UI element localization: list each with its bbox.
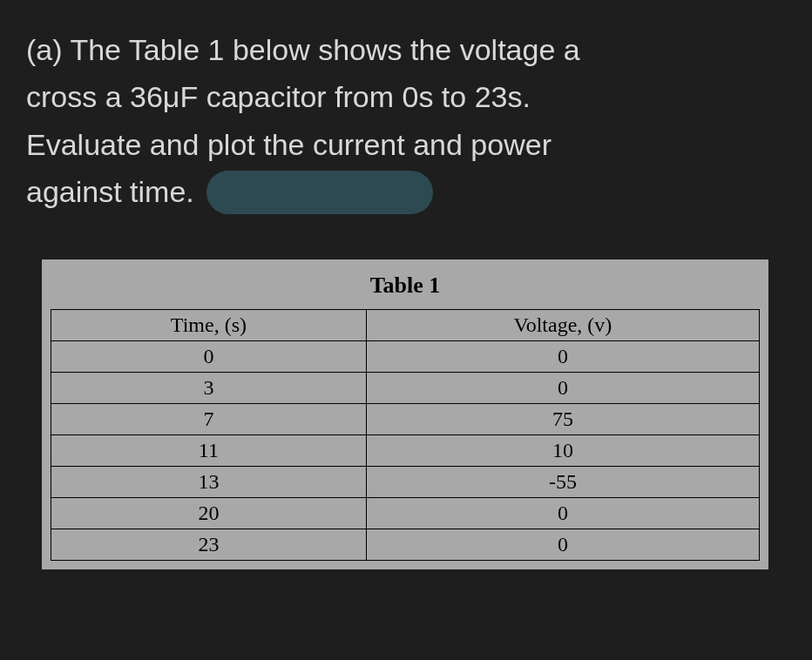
table-row: 0 0 xyxy=(51,341,760,373)
table-row: 7 75 xyxy=(51,404,760,435)
table-header-row: Time, (s) Voltage, (v) xyxy=(51,310,760,341)
column-header-voltage: Voltage, (v) xyxy=(366,310,759,341)
table-row: 3 0 xyxy=(51,373,760,404)
table-title: Table 1 xyxy=(51,273,760,299)
cell-voltage: 75 xyxy=(366,404,759,435)
data-table-container: Table 1 Time, (s) Voltage, (v) 0 0 3 0 7… xyxy=(42,259,768,569)
voltage-time-table: Time, (s) Voltage, (v) 0 0 3 0 7 75 11 1… xyxy=(51,309,760,561)
cell-time: 20 xyxy=(51,498,367,529)
cell-voltage: 0 xyxy=(366,373,759,404)
cell-voltage: 10 xyxy=(366,435,759,467)
cell-voltage: 0 xyxy=(366,498,759,529)
table-row: 23 0 xyxy=(51,529,760,561)
cell-time: 13 xyxy=(51,467,367,498)
table-row: 20 0 xyxy=(51,498,760,529)
table-row: 11 10 xyxy=(51,435,760,467)
question-line-2: cross a 36μF capacitor from 0s to 23s. xyxy=(26,80,531,113)
cell-voltage: -55 xyxy=(366,467,759,498)
column-header-time: Time, (s) xyxy=(51,310,367,341)
cell-time: 0 xyxy=(51,341,367,373)
question-line-1: (a) The Table 1 below shows the voltage … xyxy=(26,33,580,66)
question-prompt: (a) The Table 1 below shows the voltage … xyxy=(26,26,786,216)
cell-voltage: 0 xyxy=(366,529,759,561)
cell-voltage: 0 xyxy=(366,341,759,373)
question-line-4: against time. xyxy=(26,175,194,208)
cell-time: 11 xyxy=(51,435,367,467)
cell-time: 3 xyxy=(51,373,367,404)
table-row: 13 -55 xyxy=(51,467,760,498)
cell-time: 23 xyxy=(51,529,367,561)
redaction-blob xyxy=(206,171,433,214)
question-line-3: Evaluate and plot the current and power xyxy=(26,128,551,161)
cell-time: 7 xyxy=(51,404,367,435)
